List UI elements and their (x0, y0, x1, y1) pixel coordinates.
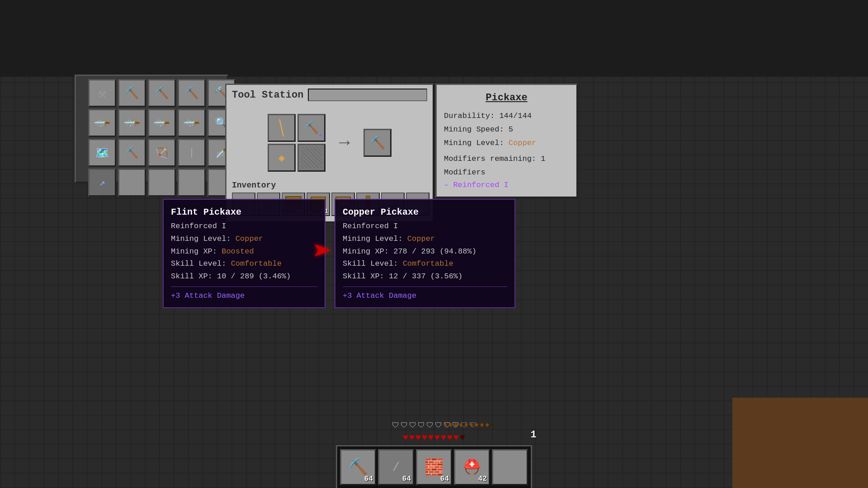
inventory-label: Inventory (232, 181, 427, 190)
skill-level-label-l: Skill Level: (171, 259, 231, 268)
rod-icon: | (189, 147, 194, 159)
hotbar: ⛏️ 64 / 64 🧱 64 ⛑️ 42 (336, 445, 532, 488)
sword-icon-1: 🗡️ (93, 113, 112, 132)
hotbar-slot-4[interactable] (492, 449, 528, 485)
tooltip-right-skill-level: Skill Level: Comfortable (343, 258, 507, 269)
heart-2: ♥ (409, 432, 415, 443)
flint-pick-icon: ⛏️ (304, 121, 319, 135)
tooltip-right-mining-level: Mining Level: Copper (343, 234, 507, 244)
hotbar-pickaxe-icon: ⛏️ (348, 457, 368, 477)
skill-level-label-r: Skill Level: (343, 259, 403, 268)
skill-level-value-r: Comfortable (403, 259, 453, 268)
sidebar-slot-1[interactable]: ⛏️ (118, 79, 146, 107)
food-row: ♦ ♦ ♦ ♦ ♦ ♦ ♦ ♦ ♦ ♦ (443, 421, 495, 429)
heart-7: ♥ (441, 432, 446, 443)
count-value: 1 (530, 429, 536, 441)
craft-slot-2[interactable]: ◈ (268, 144, 296, 172)
pickaxe-icon-1: ⛏️ (125, 86, 139, 100)
craft-slot-3[interactable] (297, 144, 326, 172)
background-top (0, 0, 868, 77)
health-row: ♥ ♥ ♥ ♥ ♥ ♥ ♥ ♥ ♥ ♥ (403, 432, 465, 443)
sidebar-slot-6[interactable]: 🗡️ (118, 109, 146, 137)
panel-name-input[interactable] (308, 89, 427, 101)
tooltip-left-mining-xp: Mining XP: Boosted (171, 246, 317, 257)
tooltip-right-reinforced: Reinforced I (343, 221, 507, 232)
sidebar-slot-0[interactable]: ⚒️ (88, 79, 116, 107)
craft-slot-1[interactable]: ⛏️ ✦ (297, 114, 326, 142)
tooltip-flint-pickaxe: Flint Pickaxe Reinforced I Mining Level:… (163, 199, 326, 308)
sidebar-slot-15[interactable]: ↗️ (88, 169, 116, 197)
sword-icon-4: 🗡️ (182, 113, 201, 132)
mining-level-label-r: Mining Level: (343, 235, 407, 243)
food-6: ♦ (469, 421, 474, 429)
hotbar-slot-2[interactable]: 🧱 64 (416, 449, 452, 485)
modifiers-label-line: Modifiers (444, 167, 569, 178)
sidebar-slot-13[interactable]: | (178, 139, 206, 167)
hotbar-helmet-icon: ⛑️ (463, 458, 481, 476)
heart-4: ♥ (422, 432, 427, 443)
hotbar-count-3: 42 (478, 475, 487, 483)
modifier-line: – Reinforced I (444, 181, 569, 189)
food-5: ♦ (464, 421, 468, 429)
heart-1: ♥ (403, 432, 408, 443)
crafting-input: ╱ ⛏️ ✦ ◈ (268, 114, 326, 172)
modifiers-remaining-line: Modifiers remaining: 1 (444, 154, 569, 164)
tooltip-right-bonus: +3 Attack Damage (343, 291, 507, 300)
armor-icon-6: 🛡 (435, 421, 442, 430)
reinforced-label: Reinforced I (171, 222, 226, 230)
info-panel-title: Pickaxe (444, 92, 569, 103)
food-8: ♦ (480, 421, 484, 429)
crafting-area: ╱ ⛏️ ✦ ◈ → ⛏️ (226, 105, 433, 181)
crafting-arrow: → (339, 133, 350, 153)
sidebar-inventory: ⚒️ ⛏️ ⛏️ ⛏️ 🔨 🗡️ 🗡️ 🗡️ 🗡️ 🔍 🗺️ ⛏️ 🏹 | 🗡️ (88, 79, 236, 197)
tooltip-left-bonus: +3 Attack Damage (171, 291, 317, 300)
sidebar-slot-3[interactable]: ⛏️ (178, 79, 206, 107)
food-4: ♦ (459, 421, 463, 429)
sidebar-slot-10[interactable]: 🗺️ (88, 139, 116, 167)
craft-output[interactable]: ⛏️ (363, 129, 392, 157)
armor-icon-2: 🛡 (401, 421, 408, 430)
hotbar-slot-0[interactable]: ⛏️ 64 (340, 449, 376, 485)
count-display: 1 (530, 429, 536, 441)
food-10: ♦ (490, 421, 495, 429)
sidebar-slot-7[interactable]: 🗡️ (148, 109, 176, 137)
pickaxe-icon-3: ⛏️ (184, 86, 199, 100)
hotbar-slot-1[interactable]: / 64 (378, 449, 414, 485)
bow-icon: 🏹 (155, 146, 169, 160)
heart-8: ♥ (447, 432, 453, 443)
sidebar-slot-16[interactable] (118, 169, 146, 197)
heart-10: ♥ (460, 432, 465, 443)
heart-5: ♥ (428, 432, 434, 443)
sidebar-slot-17[interactable] (148, 169, 176, 197)
purple-overlay-icon: ✦ (319, 131, 322, 139)
armor-icon-4: 🛡 (418, 421, 425, 430)
material-icon: ◈ (278, 151, 285, 164)
mining-xp-label-l: Mining XP: (171, 247, 222, 256)
mining-level-value-r: Copper (407, 235, 435, 243)
craft-slot-0[interactable]: ╱ (268, 114, 296, 142)
modifier-dash: – (444, 181, 453, 189)
tooltip-right-skill-xp: Skill XP: 12 / 337 (3.56%) (343, 271, 507, 282)
hotbar-slash-icon: / (392, 460, 400, 474)
mining-level-value: Copper (509, 139, 536, 147)
armor-icon-5: 🛡 (426, 421, 434, 430)
sword-icon-2: 🗡️ (123, 113, 142, 132)
hotbar-slot-3[interactable]: ⛑️ 42 (454, 449, 490, 485)
mining-level-label: Mining Level: (444, 139, 509, 147)
sidebar-slot-18[interactable] (178, 169, 206, 197)
tooltip-right-title: Copper Pickaxe (343, 207, 507, 217)
sidebar-slot-11[interactable]: ⛏️ (118, 139, 146, 167)
tooltip-left-mining-level: Mining Level: Copper (171, 234, 317, 244)
output-pickaxe-icon: ⛏️ (370, 135, 386, 150)
background-floor (732, 398, 868, 488)
modifier-value: Reinforced I (453, 181, 508, 189)
sidebar-slot-2[interactable]: ⛏️ (148, 79, 176, 107)
sword-icon-3: 🗡️ (152, 113, 171, 132)
sidebar-slot-12[interactable]: 🏹 (148, 139, 176, 167)
tooltip-left-reinforced: Reinforced I (171, 221, 317, 232)
sidebar-slot-5[interactable]: 🗡️ (88, 109, 116, 137)
mining-xp-value-l: Boosted (222, 247, 254, 256)
sidebar-slot-8[interactable]: 🗡️ (178, 109, 206, 137)
heart-6: ♥ (434, 432, 440, 443)
tooltip-left-divider (171, 286, 317, 287)
